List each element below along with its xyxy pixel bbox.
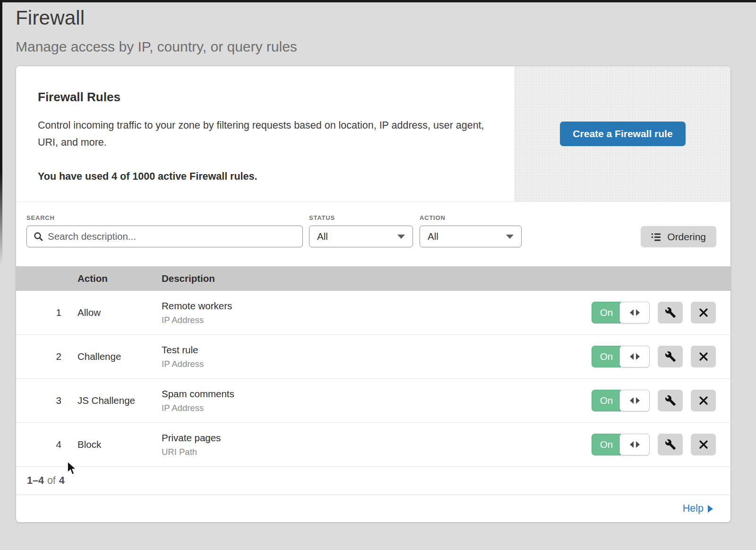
delete-rule-button[interactable] bbox=[691, 302, 716, 323]
search-icon bbox=[34, 232, 43, 241]
create-firewall-rule-button[interactable]: Create a Firewall rule bbox=[560, 122, 685, 146]
rule-match-type: IP Address bbox=[162, 403, 570, 413]
action-select[interactable]: All bbox=[420, 226, 522, 247]
delete-rule-button[interactable] bbox=[691, 434, 716, 455]
toggle-on-label: On bbox=[592, 390, 621, 411]
toggle-handle[interactable] bbox=[619, 434, 650, 455]
help-link[interactable]: Help bbox=[683, 503, 713, 515]
rule-match-type: URI Path bbox=[162, 447, 570, 457]
panel-usage: You have used 4 of 1000 active Firewall … bbox=[38, 171, 486, 183]
panel-info: Firewall Rules Control incoming traffic … bbox=[16, 66, 515, 201]
toggle-on-label: On bbox=[592, 346, 621, 367]
action-column-header: Action bbox=[77, 273, 162, 284]
triangle-right-icon bbox=[636, 397, 640, 404]
ordering-button-label: Ordering bbox=[667, 231, 706, 243]
page-subtitle: Manage access by IP, country, or query r… bbox=[16, 39, 756, 55]
rule-controls: On bbox=[570, 390, 730, 411]
chevron-down-icon bbox=[506, 235, 514, 239]
close-icon bbox=[699, 440, 708, 449]
pagination-range: 1–4 bbox=[27, 475, 44, 487]
arrow-right-icon bbox=[708, 505, 713, 513]
search-input[interactable] bbox=[48, 231, 296, 242]
help-link-label: Help bbox=[683, 503, 704, 515]
table-row: 1 Allow Remote workers IP Address On bbox=[16, 291, 730, 335]
rule-action: Allow bbox=[77, 307, 162, 318]
rules-table: Action Description 1 Allow Remote worker… bbox=[16, 266, 730, 467]
edit-rule-button[interactable] bbox=[658, 390, 683, 411]
page-title: Firewall bbox=[16, 7, 756, 29]
rule-description-cell: Test rule IP Address bbox=[162, 344, 570, 369]
pagination-total: 4 bbox=[59, 475, 65, 487]
close-icon bbox=[699, 352, 708, 361]
action-select-value: All bbox=[428, 231, 438, 242]
toggle-on-label: On bbox=[592, 434, 621, 455]
rule-match-type: IP Address bbox=[162, 359, 570, 369]
triangle-left-icon bbox=[630, 441, 634, 448]
rule-description: Private pages bbox=[162, 432, 570, 444]
rule-enabled-toggle[interactable]: On bbox=[592, 390, 650, 411]
rule-enabled-toggle[interactable]: On bbox=[592, 346, 650, 367]
search-filter-group: SEARCH bbox=[26, 214, 303, 247]
rule-description: Test rule bbox=[162, 344, 570, 356]
close-icon bbox=[699, 308, 708, 317]
toggle-handle[interactable] bbox=[619, 390, 650, 411]
description-column-header: Description bbox=[162, 273, 570, 284]
help-bar: Help bbox=[16, 495, 730, 522]
rule-description: Remote workers bbox=[162, 300, 570, 312]
rule-match-type: IP Address bbox=[162, 315, 570, 325]
edit-rule-button[interactable] bbox=[658, 302, 683, 323]
status-select[interactable]: All bbox=[309, 226, 413, 247]
firewall-rules-card: Firewall Rules Control incoming traffic … bbox=[16, 66, 731, 523]
chevron-down-icon bbox=[397, 235, 405, 239]
rule-enabled-toggle[interactable]: On bbox=[592, 302, 650, 323]
table-row: 3 JS Challenge Spam comments IP Address … bbox=[16, 379, 730, 423]
rules-table-body: 1 Allow Remote workers IP Address On bbox=[16, 291, 730, 467]
ordered-list-icon bbox=[651, 233, 662, 241]
card-top-section: Firewall Rules Control incoming traffic … bbox=[16, 66, 730, 202]
status-select-value: All bbox=[317, 231, 328, 242]
edit-rule-button[interactable] bbox=[658, 346, 683, 367]
status-label: STATUS bbox=[309, 214, 413, 221]
ordering-button[interactable]: Ordering bbox=[641, 226, 716, 247]
search-label: SEARCH bbox=[26, 214, 303, 221]
rule-action: Challenge bbox=[77, 351, 162, 362]
triangle-left-icon bbox=[630, 353, 634, 360]
rule-description-cell: Spam comments IP Address bbox=[162, 388, 570, 413]
action-label: ACTION bbox=[420, 214, 522, 221]
page-header: Firewall Manage access by IP, country, o… bbox=[0, 0, 756, 55]
triangle-left-icon bbox=[630, 309, 634, 316]
toggle-handle[interactable] bbox=[619, 346, 650, 367]
status-filter-group: STATUS All bbox=[303, 214, 413, 247]
rule-description-cell: Private pages URI Path bbox=[162, 432, 570, 457]
panel-title: Firewall Rules bbox=[38, 90, 486, 105]
table-row: 2 Challenge Test rule IP Address On bbox=[16, 335, 730, 379]
triangle-right-icon bbox=[636, 441, 640, 448]
pagination: 1–4 of 4 bbox=[16, 467, 730, 495]
delete-rule-button[interactable] bbox=[691, 390, 716, 411]
toggle-on-label: On bbox=[592, 302, 621, 323]
toggle-handle[interactable] bbox=[619, 302, 650, 323]
wrench-icon bbox=[665, 439, 676, 450]
action-filter-group: ACTION All bbox=[413, 214, 522, 247]
panel-description: Control incoming traffic to your zone by… bbox=[38, 117, 486, 151]
edit-rule-button[interactable] bbox=[658, 434, 683, 455]
rule-description: Spam comments bbox=[162, 388, 570, 400]
rule-priority: 3 bbox=[16, 395, 77, 406]
create-rule-panel: Create a Firewall rule bbox=[515, 66, 730, 201]
rule-action: JS Challenge bbox=[77, 395, 162, 406]
rule-controls: On bbox=[570, 302, 730, 323]
search-input-wrap bbox=[26, 226, 303, 247]
wrench-icon bbox=[665, 351, 676, 362]
wrench-icon bbox=[665, 307, 676, 318]
window-frame-left bbox=[0, 0, 2, 265]
rule-controls: On bbox=[570, 346, 730, 367]
window-frame-top bbox=[0, 0, 756, 2]
rule-priority: 4 bbox=[16, 439, 77, 450]
delete-rule-button[interactable] bbox=[691, 346, 716, 367]
triangle-left-icon bbox=[630, 397, 634, 404]
table-row: 4 Block Private pages URI Path On bbox=[16, 423, 730, 467]
filters-bar: SEARCH STATUS All ACTION All bbox=[16, 202, 730, 266]
rule-controls: On bbox=[570, 434, 730, 455]
rule-enabled-toggle[interactable]: On bbox=[592, 434, 650, 455]
close-icon bbox=[699, 396, 708, 405]
